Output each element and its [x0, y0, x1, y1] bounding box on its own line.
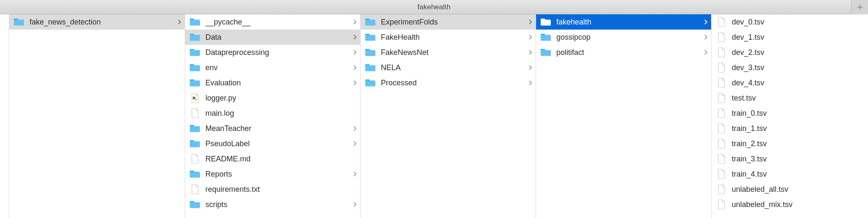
file-icon [716, 93, 727, 103]
file-icon [716, 200, 727, 209]
file-label: test.tsv [732, 94, 864, 103]
file-row[interactable]: test.tsv [712, 90, 868, 106]
file-row[interactable]: unlabeled_mix.tsv [712, 197, 868, 212]
column-2[interactable]: __pycache__ Data Datapreprocessing env E… [185, 14, 361, 218]
file-label: README.md [205, 155, 357, 164]
file-row[interactable]: ExperimentFolds [361, 14, 536, 30]
file-row[interactable]: fake_news_detection [9, 14, 185, 30]
chevron-right-icon [528, 50, 532, 55]
file-row[interactable]: __pycache__ [185, 14, 360, 30]
file-row[interactable]: Processed [361, 75, 536, 90]
chevron-right-icon [178, 19, 181, 25]
file-icon [716, 185, 727, 194]
file-label: MeanTeacher [205, 124, 350, 133]
window-titlebar: fakehealth [0, 0, 868, 14]
svg-point-1 [194, 98, 197, 101]
chevron-right-icon [353, 19, 357, 25]
folder-icon [189, 17, 200, 27]
file-icon [716, 48, 727, 57]
file-row[interactable]: dev_1.tsv [712, 30, 868, 45]
plus-icon [857, 4, 863, 11]
file-row[interactable]: logger.py [185, 90, 360, 106]
chevron-right-icon [353, 65, 357, 70]
file-row[interactable]: Reports [185, 166, 360, 182]
file-label: Processed [381, 79, 526, 87]
chevron-right-icon [353, 202, 357, 207]
folder-icon [189, 48, 200, 57]
file-label: gossipcop [556, 33, 701, 42]
file-label: dev_3.tsv [732, 63, 864, 72]
file-row[interactable]: FakeHealth [361, 30, 536, 45]
column-5[interactable]: dev_0.tsv dev_1.tsv dev_2.tsv dev_3.tsv … [712, 14, 868, 218]
chevron-right-icon [353, 172, 357, 177]
file-icon [189, 185, 200, 194]
file-row[interactable]: requirements.txt [185, 182, 360, 197]
file-row[interactable]: train_4.tsv [712, 166, 868, 182]
chevron-right-icon [704, 19, 708, 25]
chevron-right-icon [704, 50, 708, 55]
file-label: env [205, 63, 350, 72]
file-row[interactable]: dev_0.tsv [712, 14, 868, 30]
file-row[interactable]: train_3.tsv [712, 151, 868, 166]
folder-icon [365, 63, 376, 72]
file-icon [716, 154, 727, 164]
file-label: politifact [556, 48, 701, 57]
file-row[interactable]: README.md [185, 151, 360, 166]
file-row[interactable]: politifact [536, 45, 711, 60]
folder-icon [365, 17, 376, 27]
file-label: Evaluation [205, 79, 350, 87]
file-label: dev_0.tsv [732, 18, 864, 27]
file-row[interactable]: scripts [185, 197, 360, 212]
file-row[interactable]: Data [185, 30, 360, 45]
file-row[interactable]: FakeNewsNet [361, 45, 536, 60]
file-row[interactable]: gossipcop [536, 30, 711, 45]
file-icon [716, 33, 727, 42]
file-row[interactable]: dev_3.tsv [712, 60, 868, 75]
file-row[interactable]: main.log [185, 106, 360, 121]
file-row[interactable]: dev_2.tsv [712, 45, 868, 60]
file-row[interactable]: fakehealth [536, 14, 711, 30]
file-label: train_1.tsv [732, 124, 864, 133]
file-label: fake_news_detection [30, 18, 175, 27]
chevron-right-icon [353, 141, 357, 146]
folder-icon [13, 17, 24, 27]
folder-icon [189, 124, 200, 133]
folder-icon [365, 78, 376, 87]
window-title: fakehealth [418, 3, 450, 11]
folder-icon [189, 78, 200, 87]
file-label: Reports [205, 170, 350, 179]
file-label: scripts [205, 200, 350, 209]
file-row[interactable]: NELA [361, 60, 536, 75]
file-label: FakeHealth [381, 33, 526, 42]
file-icon [716, 169, 727, 179]
folder-icon [365, 33, 376, 42]
column-4[interactable]: fakehealth gossipcop politifact [536, 14, 712, 218]
file-row[interactable]: train_1.tsv [712, 121, 868, 136]
file-row[interactable]: train_2.tsv [712, 136, 868, 151]
column-3[interactable]: ExperimentFolds FakeHealth FakeNewsNet N… [361, 14, 536, 218]
file-label: NELA [381, 63, 526, 72]
file-label: ExperimentFolds [381, 18, 526, 27]
file-row[interactable]: Datapreprocessing [185, 45, 360, 60]
chevron-right-icon [353, 126, 357, 131]
new-tab-button[interactable] [851, 0, 868, 14]
file-label: requirements.txt [205, 185, 357, 194]
folder-icon [189, 139, 200, 148]
column-1[interactable]: fake_news_detection [9, 14, 185, 218]
chevron-right-icon [353, 80, 357, 85]
file-label: dev_2.tsv [732, 48, 864, 57]
file-row[interactable]: env [185, 60, 360, 75]
file-row[interactable]: MeanTeacher [185, 121, 360, 136]
file-label: unlabeled_all.tsv [732, 185, 864, 194]
file-label: Data [205, 33, 350, 42]
file-label: dev_4.tsv [732, 79, 864, 87]
chevron-right-icon [704, 35, 708, 40]
chevron-right-icon [528, 80, 532, 85]
file-row[interactable]: train_0.tsv [712, 106, 868, 121]
folder-icon [365, 48, 376, 57]
file-row[interactable]: dev_4.tsv [712, 75, 868, 90]
file-row[interactable]: PseudoLabel [185, 136, 360, 151]
file-row[interactable]: Evaluation [185, 75, 360, 90]
scroll-gutter [0, 14, 9, 218]
file-row[interactable]: unlabeled_all.tsv [712, 182, 868, 197]
